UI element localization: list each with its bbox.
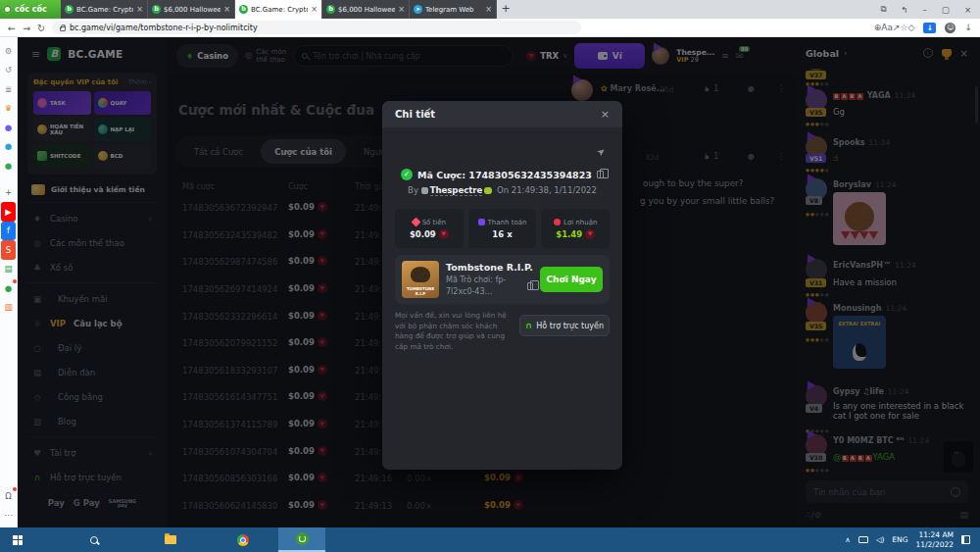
translate-icon[interactable]: Aa bbox=[881, 23, 893, 32]
downloads-icon[interactable]: ↓ bbox=[964, 23, 972, 32]
tab-title: Telegram Web bbox=[425, 6, 482, 14]
online-support-button[interactable]: ∩ Hỗ trợ trực tuyến bbox=[519, 315, 610, 336]
system-tray: ∧ ◁) ENG 11:24 AM11/2/2022 bbox=[845, 530, 980, 550]
settings-icon[interactable]: ⚙ bbox=[1, 41, 16, 61]
file-explorer-icon[interactable] bbox=[153, 527, 188, 552]
support-note: Mọi vấn đề, xin vui lòng liên hệ với bộ … bbox=[395, 311, 514, 352]
coccoc-logo-icon bbox=[3, 5, 12, 14]
lock-icon bbox=[60, 26, 66, 31]
game-thumbnail[interactable]: TOMBSTONE R.I.P bbox=[402, 261, 439, 298]
forward-button[interactable]: → bbox=[23, 23, 30, 33]
brand-label: cốc cốc bbox=[15, 5, 47, 14]
language-indicator[interactable]: ENG bbox=[892, 535, 907, 544]
pip-icon[interactable]: ⧉ bbox=[880, 4, 886, 15]
tab-close-icon[interactable]: × bbox=[485, 5, 492, 14]
clock[interactable]: 11:24 AM11/2/2022 bbox=[916, 530, 954, 550]
add-icon[interactable]: + bbox=[1, 183, 16, 203]
browser-toolbar: ← → ↻ bc.game/vi/game/tombstone-r-i-p-by… bbox=[0, 19, 980, 37]
gamepad-icon[interactable]: ● bbox=[1, 156, 16, 176]
modal-close-icon[interactable]: × bbox=[601, 108, 610, 121]
browser-titlebar: cốc cốc b BC.Game: Crypto Casino Gan × b… bbox=[0, 0, 980, 19]
tray-expand-icon[interactable]: ∧ bbox=[845, 535, 851, 544]
download-manager-icon: ↓ bbox=[923, 23, 936, 33]
browser-profile-icon[interactable]: ☺ bbox=[945, 23, 956, 33]
bet-byline: By Thespectre On 21:49:38, 1/11/2022 bbox=[382, 185, 622, 195]
rail-divider[interactable] bbox=[1, 176, 16, 183]
bet-id: Mã Cược: 1748305632435394823 bbox=[417, 170, 592, 180]
network-icon[interactable] bbox=[858, 536, 868, 543]
play-now-button[interactable]: Chơi Ngay bbox=[540, 267, 603, 292]
tab-favicon: b bbox=[239, 5, 248, 14]
new-tab-button[interactable]: + bbox=[497, 0, 514, 19]
tab-close-icon[interactable]: × bbox=[398, 5, 405, 14]
share-icon[interactable]: ➤ bbox=[594, 145, 607, 159]
back-button[interactable]: ← bbox=[8, 23, 16, 33]
copy-icon[interactable] bbox=[597, 171, 604, 178]
toolbar-actions: ⊕Aa↗☆◇ ↓ ☺ ↓ bbox=[874, 23, 972, 33]
taskbar-search-icon[interactable] bbox=[76, 527, 112, 552]
start-button[interactable] bbox=[0, 527, 35, 552]
trx-coin-icon bbox=[439, 229, 449, 239]
minimize-button[interactable]: – bbox=[923, 5, 927, 15]
modal-title: Chi tiết bbox=[395, 109, 435, 120]
copy-icon[interactable] bbox=[527, 282, 533, 290]
shopee-icon[interactable]: S bbox=[1, 240, 16, 260]
address-bar[interactable]: bc.game/vi/game/tombstone-r-i-p-by-nolim… bbox=[52, 21, 581, 34]
tab-title: $6,000 Halloween Slot Battle bbox=[338, 6, 395, 14]
user-icon bbox=[421, 187, 428, 194]
tab-favicon: b bbox=[65, 5, 74, 14]
stat-profit: Lợi nhuận $1.49 bbox=[541, 209, 610, 248]
tab-halloween-1[interactable]: b $6,000 Halloween Slot Battle × bbox=[148, 0, 235, 19]
zalo-icon[interactable]: ● bbox=[1, 137, 16, 157]
green-chat-icon[interactable]: ● bbox=[1, 278, 16, 298]
volume-icon[interactable]: ◁) bbox=[876, 535, 885, 544]
adblock-shield-icon[interactable]: ◇ bbox=[908, 23, 915, 32]
action-center-icon[interactable] bbox=[961, 535, 970, 544]
rail-spacer[interactable] bbox=[1, 317, 16, 486]
chrome-icon[interactable] bbox=[225, 527, 261, 552]
tab-halloween-2[interactable]: b $6,000 Halloween Slot Battle × bbox=[322, 0, 410, 19]
stat-amount: Số tiền $0.09 bbox=[395, 209, 464, 248]
youtube-icon[interactable]: ▶ bbox=[1, 202, 16, 222]
tab-strip: b BC.Game: Crypto Casino Gan × b $6,000 … bbox=[61, 0, 497, 19]
tab-close-icon[interactable]: × bbox=[136, 5, 143, 14]
stat-payout: Thanh toán 16 x bbox=[468, 209, 537, 248]
trx-coin-icon bbox=[585, 229, 595, 239]
facebook-icon[interactable]: f bbox=[1, 222, 16, 241]
tab-favicon: b bbox=[326, 5, 335, 14]
stat-icon bbox=[478, 219, 485, 226]
history-icon[interactable]: ↺ bbox=[1, 61, 16, 80]
tab-close-icon[interactable]: × bbox=[311, 5, 318, 14]
reading-list-icon[interactable]: ≣ bbox=[1, 79, 16, 99]
game-id: Mã Trò chơi: fp-7l2xc0-43... bbox=[446, 275, 523, 298]
browser-side-rail: ⚙↺≣♛●●●+▶fS▤●▥Ω⋯ bbox=[0, 37, 18, 527]
url-text: bc.game/vi/game/tombstone-r-i-p-by-nolim… bbox=[70, 24, 258, 32]
tab-title: $6,000 Halloween Slot Battle bbox=[164, 6, 220, 14]
headphones-icon: ∩ bbox=[525, 321, 532, 330]
tab-bcgame-1[interactable]: b BC.Game: Crypto Casino Gan × bbox=[61, 0, 148, 19]
bookmark-star-icon[interactable]: ☆ bbox=[900, 23, 907, 32]
gift-icon[interactable]: ▤ bbox=[1, 260, 16, 279]
screen: cốc cốc b BC.Game: Crypto Casino Gan × b… bbox=[0, 0, 980, 552]
coccoc-taskbar-icon[interactable] bbox=[278, 527, 325, 552]
tab-favicon: ➤ bbox=[414, 5, 422, 14]
tab-close-icon[interactable]: × bbox=[223, 5, 230, 14]
crown-icon[interactable]: ♛ bbox=[1, 99, 16, 119]
messenger-icon[interactable]: ● bbox=[1, 118, 16, 137]
close-button[interactable]: × bbox=[964, 5, 971, 15]
window-controls: ⧉ ↰ – ▢ × bbox=[880, 0, 980, 19]
stat-icon bbox=[411, 218, 420, 227]
cart-icon[interactable]: ▥ bbox=[1, 298, 16, 318]
notification-bell-icon[interactable]: Ω bbox=[1, 486, 16, 506]
tab-title: BC.Game: Crypto Casino Gan bbox=[76, 6, 133, 14]
reload-button[interactable]: ↻ bbox=[37, 23, 45, 33]
game-title: Tombstone R.I.P. bbox=[446, 261, 533, 275]
reopen-tab-icon[interactable]: ↰ bbox=[901, 5, 907, 15]
tab-bcgame-2[interactable]: b BC.Game: Crypto Casino Gan × bbox=[235, 0, 322, 19]
maximize-button[interactable]: ▢ bbox=[942, 5, 950, 15]
bet-user-link[interactable]: Thespectre bbox=[430, 185, 483, 196]
coccoc-brand[interactable]: cốc cốc bbox=[0, 0, 61, 19]
bet-details-modal: Chi tiết × ➤ ✓ Mã Cược: 1748305632435394… bbox=[382, 101, 622, 470]
tab-telegram[interactable]: ➤ Telegram Web × bbox=[410, 0, 497, 19]
more-icon[interactable]: ⋯ bbox=[1, 506, 16, 526]
